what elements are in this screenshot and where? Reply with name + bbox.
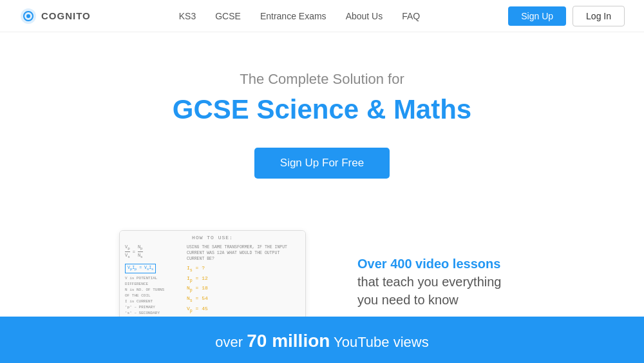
- fraction-np-ns: Np Ns: [138, 244, 143, 260]
- highlighted-equation: VpIp = VsIs: [125, 264, 156, 273]
- nav-links: KS3 GCSE Entrance Exams About Us FAQ: [179, 11, 420, 21]
- hero-subtitle: The Complete Solution for: [13, 71, 631, 88]
- feature-heading: Over 400 video lessons that teach you ev…: [357, 255, 525, 309]
- nav-entrance-exams[interactable]: Entrance Exams: [260, 11, 327, 21]
- hero-section: The Complete Solution for GCSE Science &…: [0, 32, 644, 204]
- feature-text: Over 400 video lessons that teach you ev…: [357, 255, 525, 309]
- footer-suffix: YouTube views: [330, 334, 428, 350]
- logo-icon: [19, 7, 37, 25]
- nav-login-button[interactable]: Log In: [573, 6, 625, 26]
- nav-about-us[interactable]: About Us: [346, 11, 383, 21]
- notes-legend: V is POTENTIALDIFFERENCEN is NO. OF TURN…: [125, 275, 183, 316]
- logo-text: COGNITO: [41, 10, 91, 21]
- footer-bold: 70 million: [247, 331, 330, 351]
- cta-button[interactable]: Sign Up For Free: [254, 148, 390, 179]
- nav-faq[interactable]: FAQ: [402, 11, 420, 21]
- footer-prefix: over: [215, 334, 247, 350]
- feature-heading-normal: that teach you everything you need to kn…: [357, 275, 501, 307]
- footer-banner: over 70 million YouTube views: [0, 317, 644, 363]
- video-card-question: USING THE SAME TRANSFORMER, IF THE INPUT…: [187, 244, 300, 262]
- video-card-header: HOW TO USE:: [120, 231, 305, 242]
- svg-point-2: [26, 14, 30, 18]
- nav-signup-button[interactable]: Sign Up: [508, 6, 566, 26]
- feature-heading-bold: Over 400 video lessons: [357, 257, 500, 271]
- hero-title: GCSE Science & Maths: [13, 94, 631, 125]
- navbar: COGNITO KS3 GCSE Entrance Exams About Us…: [0, 0, 644, 32]
- nav-ks3[interactable]: KS3: [179, 11, 196, 21]
- video-card-answers: Is = ? Ip = 12 Np = 18 Ns = 54 Vp = 45 V…: [187, 264, 300, 324]
- logo: COGNITO: [19, 7, 91, 25]
- fraction-vp-vs: Vp Vs: [125, 244, 130, 260]
- nav-actions: Sign Up Log In: [508, 6, 625, 26]
- nav-gcse[interactable]: GCSE: [215, 11, 241, 21]
